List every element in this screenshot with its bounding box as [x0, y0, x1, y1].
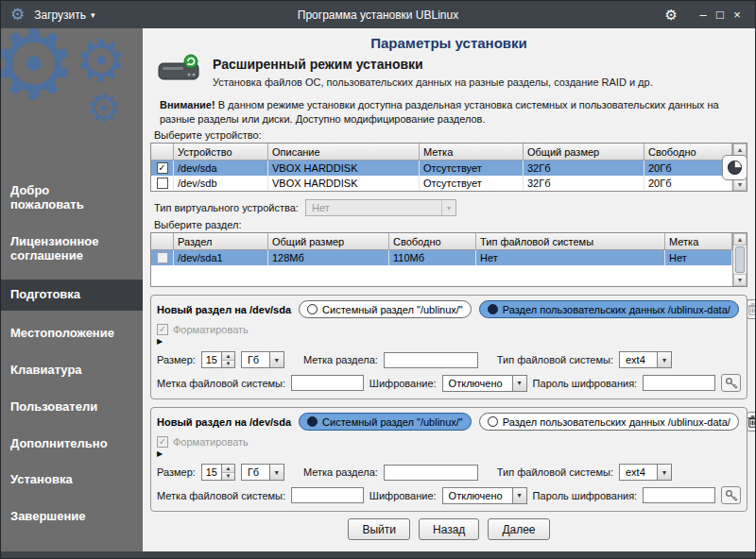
pie-chart-button[interactable]	[722, 155, 747, 180]
mode-text: Расширенный режим установки Установка фа…	[213, 54, 653, 88]
spin-up-button[interactable]: ▲	[222, 352, 234, 360]
virtual-device-value: Нет	[306, 202, 441, 213]
next-button[interactable]: Далее	[488, 518, 549, 540]
partition-table-row[interactable]: /dev/sda1 128Мб 110Мб Нет Нет	[151, 250, 732, 265]
partition-label-input[interactable]	[384, 352, 478, 368]
cell-fs-type: Нет	[476, 250, 665, 265]
settings-gear-icon[interactable]: ⚙	[665, 8, 678, 22]
fs-type-select[interactable]: ext4 ▾	[619, 464, 672, 481]
warning-bold: Внимание!	[160, 99, 215, 110]
check-icon: ✓	[159, 325, 166, 334]
device-table-row[interactable]: /dev/sdb VBOX HARDDISK Отсутствует 32Гб …	[151, 176, 732, 191]
fs-type-value: ext4	[620, 466, 657, 478]
column-header-label[interactable]: Метка	[665, 233, 732, 249]
size-unit-select[interactable]: Гб ▾	[241, 351, 284, 368]
delete-partition-button[interactable]	[747, 412, 755, 432]
size-label: Размер:	[157, 354, 196, 365]
column-header-free[interactable]: Свободно	[644, 144, 732, 160]
radio-user-data-partition[interactable]: Раздел пользовательских данных /ublinux-…	[479, 300, 739, 318]
scroll-down-icon[interactable]: ▼	[733, 274, 747, 286]
header-checkbox-cell	[151, 144, 174, 160]
exit-button[interactable]: Выйти	[348, 518, 410, 540]
size-spinner: ▲ ▼	[201, 464, 235, 481]
radio-system-partition[interactable]: Системный раздел "/ublinux/"	[299, 413, 472, 431]
encryption-select[interactable]: Отключено ▾	[442, 375, 527, 392]
size-unit-select[interactable]: Гб ▾	[241, 464, 284, 481]
column-header-device[interactable]: Устройство	[174, 144, 268, 160]
spin-down-button[interactable]: ▼	[222, 472, 234, 481]
page-title: Параметры установки	[150, 35, 747, 51]
radio-system-partition[interactable]: Системный раздел "/ublinux/"	[299, 300, 472, 318]
encryption-password-input[interactable]	[643, 375, 715, 391]
fs-type-select[interactable]: ext4 ▾	[619, 351, 672, 368]
size-input[interactable]	[202, 352, 221, 367]
cell-label: Отсутствует	[420, 161, 524, 176]
format-checkbox[interactable]: ✓	[157, 324, 168, 335]
fs-label-input[interactable]	[291, 487, 364, 503]
sidebar-item-installation[interactable]: Установка	[1, 466, 143, 494]
partition-editor-panel-2: Новый раздел на /dev/sda Системный разде…	[150, 407, 747, 512]
maximize-button[interactable]: □	[712, 8, 729, 21]
sidebar-item-finish[interactable]: Завершение	[1, 503, 143, 531]
column-header-fs-type[interactable]: Тип файловой системы	[476, 233, 665, 249]
size-input[interactable]	[202, 465, 221, 480]
spin-up-button[interactable]: ▲	[222, 465, 234, 472]
partition-label-label: Метка раздела:	[303, 354, 378, 365]
mode-header: Расширенный режим установки Установка фа…	[158, 54, 747, 90]
titlebar: ⚙ Загрузить ▾ Программа установки UBLinu…	[1, 1, 755, 28]
partition-table-scrollbar: ▲ ▼	[732, 233, 747, 286]
key-icon	[725, 377, 738, 390]
device-checkbox[interactable]: ✓	[157, 162, 168, 174]
close-button[interactable]: ×	[729, 8, 746, 21]
scroll-up-icon[interactable]: ▲	[733, 233, 747, 246]
sidebar-item-users[interactable]: Пользователи	[1, 394, 143, 421]
fs-label-label: Метка файловой системы:	[157, 490, 285, 501]
column-header-description[interactable]: Описание	[268, 144, 420, 160]
fs-label-input[interactable]	[291, 375, 364, 391]
encryption-select[interactable]: Отключено ▾	[442, 487, 527, 504]
key-button[interactable]	[721, 486, 741, 504]
partition-checkbox[interactable]	[157, 252, 168, 263]
sidebar-item-license[interactable]: Лицензионное соглашение	[1, 229, 143, 270]
chevron-down-icon: ▾	[512, 376, 526, 391]
sidebar-item-keyboard[interactable]: Клавиатура	[1, 357, 143, 384]
sidebar: ⚙ ⚙ ⚙ Добро пожаловать Лицензионное согл…	[1, 28, 143, 551]
radio-user-data-partition[interactable]: Раздел пользовательских данных /ublinux-…	[479, 413, 739, 431]
spin-down-button[interactable]: ▼	[222, 360, 234, 368]
device-table-row[interactable]: ✓ /dev/sda VBOX HARDDISK Отсутствует 32Г…	[151, 161, 732, 176]
cell-total: 32Гб	[524, 176, 644, 191]
panel-title: Новый раздел на /dev/sda	[157, 304, 291, 315]
key-button[interactable]	[721, 374, 741, 392]
sidebar-item-location[interactable]: Местоположение	[1, 320, 143, 347]
password-label: Пароль шифрования:	[533, 490, 638, 501]
column-header-total-size[interactable]: Общий размер	[524, 144, 644, 160]
chevron-down-icon: ▾	[657, 352, 671, 367]
column-header-partition[interactable]: Раздел	[174, 233, 268, 249]
format-row: ✓ Форматировать	[157, 324, 741, 335]
delete-partition-button[interactable]	[747, 299, 755, 319]
sidebar-item-welcome[interactable]: Добро пожаловать	[1, 178, 143, 219]
mode-title: Расширенный режим установки	[213, 57, 653, 72]
minimize-button[interactable]: –	[695, 8, 712, 21]
cell-free: 110Мб	[389, 250, 476, 265]
load-menu-button[interactable]: Загрузить ▾	[34, 8, 94, 22]
column-header-free[interactable]: Свободно	[389, 233, 476, 249]
sidebar-item-additional[interactable]: Дополнительно	[1, 431, 143, 458]
check-icon: ✓	[158, 163, 165, 173]
expander-icon[interactable]: ▶	[157, 338, 741, 346]
expander-icon[interactable]: ▶	[157, 450, 741, 458]
partition-label-input[interactable]	[384, 465, 478, 481]
format-checkbox[interactable]: ✓	[157, 436, 168, 448]
column-header-total-size[interactable]: Общий размер	[268, 233, 389, 249]
device-checkbox[interactable]	[157, 178, 168, 189]
back-button[interactable]: Назад	[419, 518, 479, 540]
row-checkbox-cell: ✓	[151, 161, 174, 176]
sidebar-item-preparation[interactable]: Подготовка	[1, 280, 143, 311]
cell-device: /dev/sda	[174, 161, 268, 176]
chevron-down-icon: ▾	[91, 10, 95, 20]
encryption-password-input[interactable]	[643, 487, 715, 503]
scrollbar-thumb[interactable]	[735, 246, 745, 273]
radio-label: Системный раздел "/ublinux/"	[322, 304, 463, 315]
cell-description: VBOX HARDDISK	[268, 161, 420, 176]
column-header-label[interactable]: Метка	[420, 144, 524, 160]
